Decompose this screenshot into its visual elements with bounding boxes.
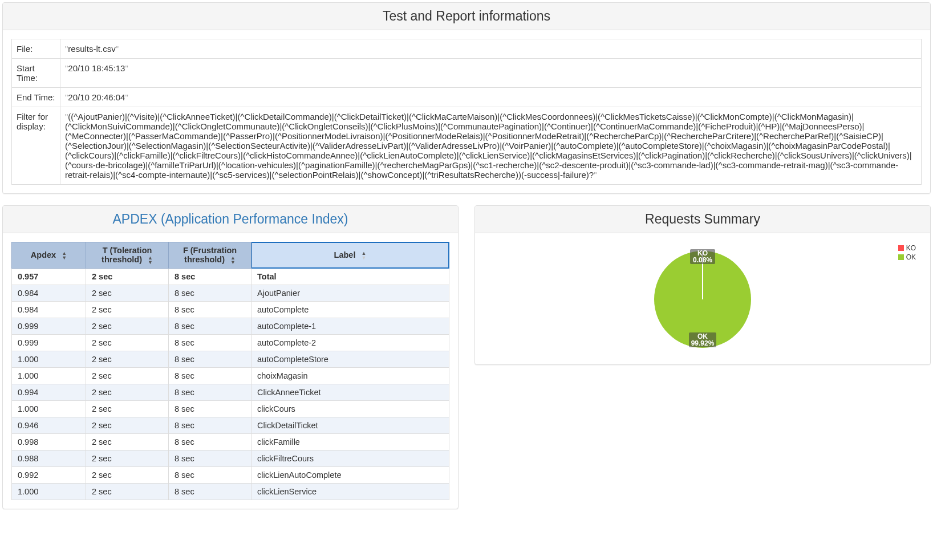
cell-t: 2 sec (86, 351, 169, 368)
cell-apdex: 0.957 (12, 269, 86, 285)
cell-apdex: 1.000 (12, 484, 86, 500)
info-row: Start Time:20/10 18:45:13 (12, 59, 922, 88)
apdex-table: Apdex ▲▼ T (Toleration threshold) ▲▼ F (… (11, 242, 449, 500)
cell-apdex: 0.946 (12, 417, 86, 434)
apdex-col-header-f[interactable]: F (Frustration threshold) ▲▼ (169, 242, 251, 269)
apdex-col-header-label[interactable]: Label ▲▼ (251, 242, 449, 269)
table-row: 0.9992 sec8 secautoComplete-1 (12, 318, 449, 335)
cell-label: autoComplete-1 (251, 318, 449, 335)
cell-label: autoComplete (251, 302, 449, 318)
cell-f: 8 sec (169, 351, 251, 368)
cell-f: 8 sec (169, 318, 251, 335)
legend-label-ko: KO (906, 244, 916, 252)
legend-label-ok: OK (906, 253, 916, 261)
cell-t: 2 sec (86, 318, 169, 335)
cell-apdex: 1.000 (12, 351, 86, 368)
summary-panel-title: Requests Summary (484, 212, 922, 227)
cell-label: clickLienService (251, 484, 449, 500)
cell-label: ClickDetailTicket (251, 417, 449, 434)
cell-t: 2 sec (86, 401, 169, 417)
apdex-col-header-apdex[interactable]: Apdex ▲▼ (12, 242, 86, 269)
cell-label: autoCompleteStore (251, 351, 449, 368)
cell-label: clickFiltreCours (251, 451, 449, 467)
cell-f: 8 sec (169, 401, 251, 417)
apdex-col-header-t-label: T (Toleration threshold) (102, 246, 152, 264)
cell-t: 2 sec (86, 484, 169, 500)
cell-label: clickCours (251, 401, 449, 417)
pie-label-ko-pct: 0.08% (693, 256, 712, 264)
cell-label: ClickAnneeTicket (251, 384, 449, 401)
cell-f: 8 sec (169, 269, 251, 285)
legend-swatch-ko (898, 245, 904, 251)
chart-legend: KO OK (898, 244, 916, 262)
summary-panel: Requests Summary KO OK (474, 205, 931, 365)
cell-f: 8 sec (169, 467, 251, 484)
cell-apdex: 0.988 (12, 451, 86, 467)
info-panel: Test and Report informations File:result… (2, 2, 931, 194)
legend-item-ko: KO (898, 244, 916, 252)
cell-apdex: 0.999 (12, 335, 86, 351)
apdex-col-header-t[interactable]: T (Toleration threshold) ▲▼ (86, 242, 169, 269)
pie-svg: KO 0.08% OK 99.92% (648, 245, 757, 354)
info-panel-title: Test and Report informations (11, 9, 922, 24)
table-row: 0.9992 sec8 secautoComplete-2 (12, 335, 449, 351)
apdex-panel-title[interactable]: APDEX (Application Performance Index) (11, 212, 449, 227)
cell-f: 8 sec (169, 484, 251, 500)
info-table: File:results-lt.csvStart Time:20/10 18:4… (11, 39, 922, 185)
apdex-panel: APDEX (Application Performance Index) Ap… (2, 205, 459, 509)
cell-apdex: 0.999 (12, 318, 86, 335)
cell-t: 2 sec (86, 434, 169, 451)
cell-f: 8 sec (169, 285, 251, 302)
pie-label-ok-pct: 99.92% (691, 339, 715, 347)
cell-f: 8 sec (169, 384, 251, 401)
info-row-label: Start Time: (12, 59, 60, 88)
cell-f: 8 sec (169, 434, 251, 451)
cell-f: 8 sec (169, 451, 251, 467)
cell-label: autoComplete-2 (251, 335, 449, 351)
cell-label: choixMagasin (251, 368, 449, 384)
cell-t: 2 sec (86, 368, 169, 384)
requests-summary-chart: KO OK (484, 242, 922, 356)
cell-f: 8 sec (169, 335, 251, 351)
cell-t: 2 sec (86, 302, 169, 318)
table-row: 1.0002 sec8 secclickCours (12, 401, 449, 417)
table-row: 0.9942 sec8 secClickAnneeTicket (12, 384, 449, 401)
table-row: 0.9842 sec8 secautoComplete (12, 302, 449, 318)
info-row: Filter for display:((^AjoutPanier)|(^Vis… (12, 107, 922, 185)
sort-icon: ▲▼ (230, 255, 236, 265)
cell-apdex: 0.994 (12, 384, 86, 401)
cell-t: 2 sec (86, 285, 169, 302)
summary-panel-heading: Requests Summary (475, 206, 930, 233)
table-row: 0.9982 sec8 secclickFamille (12, 434, 449, 451)
table-row: 0.9572 sec8 secTotal (12, 269, 449, 285)
apdex-panel-heading: APDEX (Application Performance Index) (3, 206, 458, 233)
legend-swatch-ok (898, 254, 904, 260)
cell-apdex: 0.984 (12, 302, 86, 318)
apdex-col-header-apdex-label: Apdex (31, 250, 56, 259)
info-panel-heading: Test and Report informations (3, 3, 930, 30)
table-row: 1.0002 sec8 secchoixMagasin (12, 368, 449, 384)
cell-label: clickLienAutoComplete (251, 467, 449, 484)
cell-label: Total (251, 269, 449, 285)
cell-apdex: 1.000 (12, 401, 86, 417)
sort-icon: ▲▼ (148, 255, 153, 265)
cell-t: 2 sec (86, 417, 169, 434)
sort-icon: ▲▼ (62, 251, 67, 260)
cell-apdex: 1.000 (12, 368, 86, 384)
cell-apdex: 0.998 (12, 434, 86, 451)
table-row: 1.0002 sec8 secautoCompleteStore (12, 351, 449, 368)
info-row-value: 20/10 18:45:13 (60, 59, 922, 88)
cell-label: AjoutPanier (251, 285, 449, 302)
cell-t: 2 sec (86, 384, 169, 401)
info-table-body: File:results-lt.csvStart Time:20/10 18:4… (12, 39, 922, 185)
cell-f: 8 sec (169, 417, 251, 434)
cell-f: 8 sec (169, 302, 251, 318)
apdex-col-header-label-label: Label (334, 250, 356, 259)
cell-apdex: 0.984 (12, 285, 86, 302)
cell-t: 2 sec (86, 467, 169, 484)
apdex-col-header-f-label: F (Frustration threshold) (183, 246, 237, 264)
table-row: 0.9922 sec8 secclickLienAutoComplete (12, 467, 449, 484)
cell-t: 2 sec (86, 451, 169, 467)
cell-apdex: 0.992 (12, 467, 86, 484)
info-row-value: results-lt.csv (60, 39, 922, 59)
